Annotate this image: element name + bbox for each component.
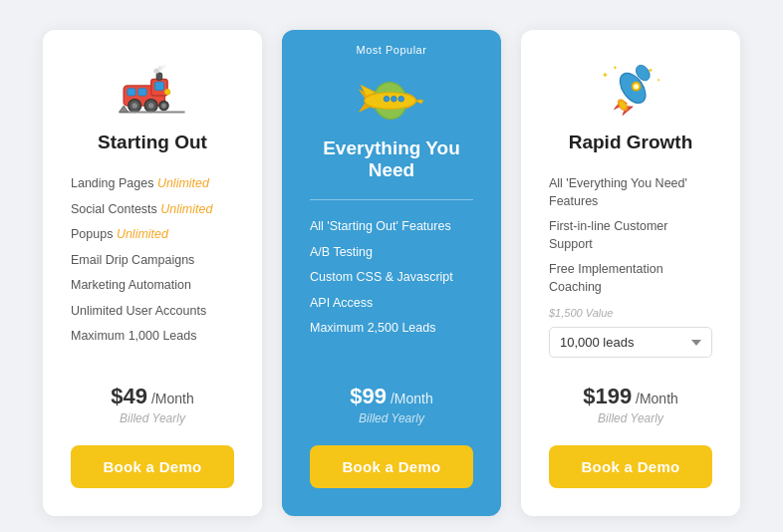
billed-label: Billed Yearly: [111, 411, 193, 425]
price-value: $49: [111, 384, 147, 408]
feature-item: Unlimited User Accounts: [71, 299, 234, 325]
price-period: /Month: [387, 391, 433, 406]
svg-rect-2: [154, 82, 163, 90]
svg-text:✦: ✦: [655, 76, 659, 82]
svg-rect-4: [137, 88, 145, 95]
price-section: $99 /Month Billed Yearly: [350, 384, 432, 425]
feature-item: Custom CSS & Javascript: [310, 265, 473, 291]
price-section: $199 /Month Billed Yearly: [583, 384, 678, 425]
price-amount: $199 /Month: [583, 384, 678, 409]
billed-label: Billed Yearly: [583, 411, 678, 425]
feature-item: Email Drip Campaigns: [71, 248, 234, 274]
svg-marker-16: [119, 106, 128, 112]
svg-point-14: [161, 103, 166, 108]
price-section: $49 /Month Billed Yearly: [111, 384, 193, 425]
price-amount: $49 /Month: [111, 384, 193, 409]
plan-card-everything: Most Popular Everyt: [282, 30, 501, 516]
feature-item: Maximum 1,000 Leads: [71, 324, 234, 350]
svg-text:✦: ✦: [601, 70, 608, 80]
book-demo-button[interactable]: Book a Demo: [71, 445, 234, 488]
feature-item: Social Contests Unlimited: [71, 197, 234, 223]
svg-point-23: [397, 96, 403, 102]
plan-title: Everything You Need: [310, 137, 473, 181]
svg-text:✦: ✦: [612, 64, 617, 70]
plane-icon: [352, 66, 431, 126]
features-list: Landing Pages Unlimited Social Contests …: [71, 171, 234, 350]
feature-item: All 'Starting Out' Features: [310, 214, 473, 240]
price-value: $99: [350, 384, 387, 408]
plan-title: Rapid Growth: [569, 132, 693, 153]
svg-point-24: [391, 96, 396, 102]
price-value: $199: [583, 384, 632, 408]
price-amount: $99 /Month: [350, 384, 432, 409]
svg-point-7: [157, 66, 162, 71]
feature-item: First-in-line Customer Support: [549, 214, 712, 257]
svg-point-10: [131, 103, 137, 109]
svg-point-8: [161, 64, 165, 68]
book-demo-button[interactable]: Book a Demo: [310, 445, 473, 488]
plan-title: Starting Out: [98, 132, 207, 153]
price-period: /Month: [632, 391, 678, 406]
popular-badge: Most Popular: [357, 44, 427, 56]
leads-dropdown[interactable]: 10,000 leads 25,000 leads 50,000 leads 1…: [549, 327, 712, 358]
feature-item: Free Implementation Coaching: [549, 257, 712, 300]
features-list: All 'Starting Out' Features A/B Testing …: [310, 214, 473, 342]
svg-rect-3: [127, 88, 134, 95]
feature-unlimited: Unlimited: [157, 176, 209, 190]
svg-point-25: [384, 96, 390, 102]
feature-item: Popups Unlimited: [71, 222, 234, 248]
svg-point-34: [634, 84, 639, 89]
billed-label: Billed Yearly: [350, 411, 432, 425]
price-period: /Month: [147, 391, 194, 406]
feature-item: Marketing Automation: [71, 273, 234, 299]
divider: [310, 199, 473, 200]
value-text: $1,500 Value: [549, 307, 712, 319]
plan-card-starting-out: Starting Out Landing Pages Unlimited Soc…: [43, 30, 262, 516]
features-list: All 'Everything You Need' Features First…: [549, 171, 712, 300]
feature-item: API Access: [310, 291, 473, 317]
pricing-container: Starting Out Landing Pages Unlimited Soc…: [3, 0, 780, 532]
plan-card-rapid-growth: ✦ ✦ ✦ ✦ Rapid Growth All 'Everyt: [521, 30, 740, 516]
feature-item: Maximum 2,500 Leads: [310, 316, 473, 342]
svg-point-12: [147, 103, 153, 109]
feature-item: All 'Everything You Need' Features: [549, 171, 712, 214]
feature-item: Landing Pages Unlimited: [71, 171, 234, 197]
book-demo-button[interactable]: Book a Demo: [549, 445, 712, 488]
train-icon: [113, 60, 192, 120]
rocket-icon: ✦ ✦ ✦ ✦: [591, 60, 670, 120]
feature-item: A/B Testing: [310, 240, 473, 266]
svg-point-17: [164, 89, 170, 94]
feature-unlimited: Unlimited: [160, 202, 212, 216]
feature-unlimited: Unlimited: [117, 227, 168, 241]
svg-rect-5: [156, 73, 162, 80]
svg-point-22: [365, 92, 415, 108]
